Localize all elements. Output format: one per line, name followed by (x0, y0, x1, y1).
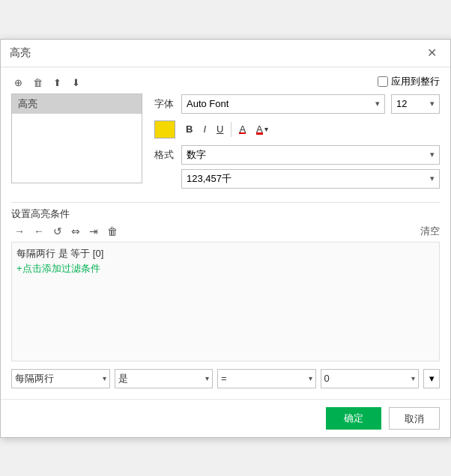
apply-row: 应用到整行 (154, 75, 440, 88)
bottom-select-3-text: 0 (324, 373, 409, 384)
conditions-toolbar: → ← ↺ ⇔ ⇥ 🗑 清空 (11, 224, 440, 239)
bottom-select-0[interactable]: 每隔两行 ▾ (11, 369, 110, 388)
dialog: 高亮 ✕ ⊕ 🗑 ⬆ ⬇ (0, 39, 451, 438)
cancel-button[interactable]: 取消 (389, 407, 440, 430)
top-section: ⊕ 🗑 ⬆ ⬇ 高亮 (11, 75, 440, 195)
font-label: 字体 (154, 97, 175, 111)
bottom-select-3-arrow: ▾ (411, 374, 415, 382)
bottom-select-1[interactable]: 是 ▾ (115, 369, 214, 388)
bottom-selects: 每隔两行 ▾ 是 ▾ = ▾ 0 ▾ ▾ (11, 369, 440, 388)
confirm-button[interactable]: 确定 (326, 407, 381, 430)
down-icon: ⬇ (72, 77, 80, 88)
format-select[interactable]: 数字 ▾ (181, 145, 440, 165)
right-panel: 应用到整行 字体 Auto Font ▾ 12 ▾ (154, 75, 440, 195)
add-condition-link[interactable]: +点击添加过滤条件 (16, 262, 435, 275)
bottom-select-2-arrow: ▾ (309, 374, 312, 382)
delete-icon: 🗑 (33, 77, 43, 88)
left-panel: ⊕ 🗑 ⬆ ⬇ 高亮 (11, 75, 142, 195)
left-toolbar: ⊕ 🗑 ⬆ ⬇ (11, 75, 142, 89)
bottom-select-2-text: = (221, 373, 306, 384)
font-color-dropdown-arrow: ▾ (264, 125, 268, 133)
cond-undo-button[interactable]: ↺ (50, 224, 65, 239)
cond-delete-button[interactable]: 🗑 (104, 224, 121, 239)
italic-button[interactable]: I (199, 120, 211, 139)
add-icon: ⊕ (14, 77, 22, 88)
font-size-select[interactable]: 12 ▾ (391, 94, 440, 114)
up-icon: ⬆ (53, 77, 61, 88)
clear-button[interactable]: 清空 (420, 225, 440, 238)
preview-dropdown-arrow: ▾ (426, 174, 435, 183)
font-size-value: 12 (396, 98, 407, 109)
conditions-section: 设置高亮条件 → ← ↺ ⇔ ⇥ 🗑 清空 每隔两行 是 等于 [0] +点击添… (11, 202, 440, 361)
font-dropdown-arrow: ▾ (371, 99, 380, 109)
move-down-button[interactable]: ⬇ (69, 75, 83, 89)
toolbar-divider (231, 122, 231, 137)
bottom-select-0-text: 每隔两行 (15, 372, 100, 385)
format-value: 数字 (187, 148, 206, 162)
preview-row: 123,457千 ▾ (154, 169, 440, 189)
format-row: 格式 数字 ▾ (154, 145, 440, 165)
conditions-list: 每隔两行 是 等于 [0] +点击添加过滤条件 (11, 242, 440, 361)
delete-highlight-button[interactable]: 🗑 (30, 75, 46, 89)
condition-row: 每隔两行 是 等于 [0] (16, 245, 435, 262)
highlight-list-item[interactable]: 高亮 (12, 94, 142, 114)
font-color-button[interactable]: A ▾ (252, 120, 273, 139)
move-up-button[interactable]: ⬆ (50, 75, 64, 89)
format-toolbar: B I U A A (181, 120, 440, 139)
extra-arrow-icon: ▾ (429, 373, 435, 384)
title-bar: 高亮 ✕ (1, 40, 450, 67)
cond-indent-button[interactable]: ⇥ (86, 224, 101, 239)
bottom-select-1-text: 是 (118, 372, 203, 385)
bottom-select-extra[interactable]: ▾ (423, 369, 440, 388)
color-swatch[interactable] (154, 120, 175, 138)
bold-button[interactable]: B (181, 120, 197, 139)
cond-left-arrow-button[interactable]: ← (31, 224, 47, 239)
highlight-list: 高亮 (11, 94, 142, 183)
underline-button[interactable]: U (212, 120, 228, 139)
conditions-label: 设置高亮条件 (11, 207, 440, 221)
apply-whole-row-text: 应用到整行 (391, 75, 440, 88)
bottom-select-0-arrow: ▾ (103, 374, 106, 382)
font-a-text: A (239, 123, 246, 135)
add-highlight-button[interactable]: ⊕ (11, 75, 25, 89)
apply-whole-row-label[interactable]: 应用到整行 (378, 75, 440, 88)
font-row: 字体 Auto Font ▾ 12 ▾ (154, 94, 440, 114)
format-toolbar-row: B I U A A (154, 120, 440, 139)
font-value: Auto Font (187, 98, 228, 109)
bottom-select-3[interactable]: 0 ▾ (321, 369, 420, 388)
dialog-footer: 确定 取消 (1, 399, 450, 437)
dialog-body: ⊕ 🗑 ⬆ ⬇ 高亮 (1, 67, 450, 399)
cond-tools: → ← ↺ ⇔ ⇥ 🗑 (11, 224, 121, 239)
format-label: 格式 (154, 148, 175, 162)
dialog-title: 高亮 (10, 46, 31, 60)
font-size-dropdown-arrow: ▾ (426, 99, 435, 109)
bottom-select-1-arrow: ▾ (205, 374, 209, 382)
apply-whole-row-checkbox[interactable] (378, 76, 388, 87)
close-button[interactable]: ✕ (423, 46, 441, 61)
font-color-bar (256, 132, 263, 135)
cond-right-arrow-button[interactable]: → (11, 224, 28, 239)
font-select[interactable]: Auto Font ▾ (181, 94, 385, 114)
font-a-underline (239, 132, 246, 134)
font-color-text: A (256, 123, 263, 135)
format-dropdown-arrow: ▾ (426, 150, 435, 159)
format-preview[interactable]: 123,457千 ▾ (181, 169, 440, 189)
cond-move-button[interactable]: ⇔ (68, 224, 83, 239)
bottom-select-2[interactable]: = ▾ (217, 369, 316, 388)
preview-value: 123,457千 (187, 172, 231, 186)
font-a-button[interactable]: A (234, 120, 250, 139)
